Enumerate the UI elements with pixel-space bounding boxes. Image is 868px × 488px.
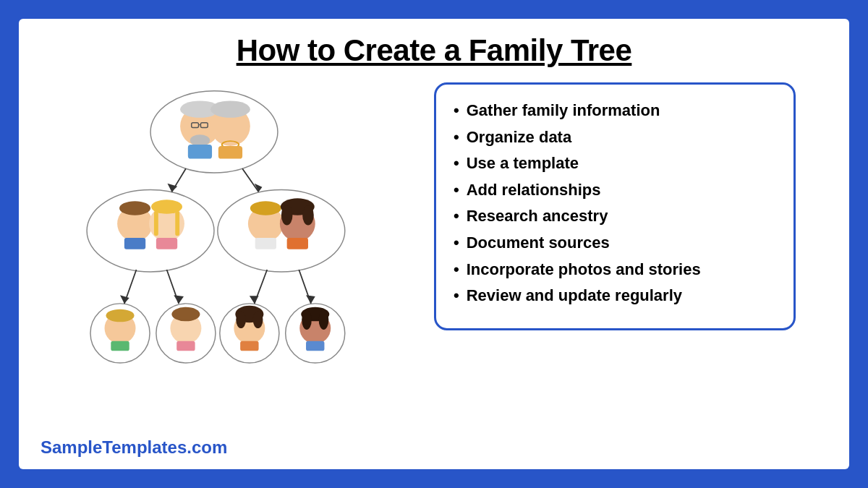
list-item-3: Use a template: [454, 153, 772, 174]
svg-rect-36: [175, 211, 179, 236]
page-title: How to Create a Family Tree: [41, 33, 827, 68]
svg-rect-51: [176, 341, 195, 351]
list-item-8: Review and update regularly: [454, 286, 772, 307]
svg-line-9: [242, 168, 258, 192]
list-item-2: Organize data: [454, 127, 772, 148]
svg-point-50: [171, 307, 200, 322]
svg-rect-48: [111, 341, 129, 351]
list-box: Gather family informationOrganize dataUs…: [434, 82, 796, 330]
tree-section: [41, 75, 388, 393]
list-section: Gather family informationOrganize dataUs…: [402, 75, 827, 338]
svg-point-54: [236, 312, 246, 328]
svg-rect-40: [255, 238, 276, 249]
svg-point-43: [281, 205, 293, 225]
list-item-4: Add relationships: [454, 180, 772, 201]
svg-marker-12: [120, 295, 129, 304]
svg-point-39: [250, 201, 281, 215]
list-item-5: Research ancestry: [454, 206, 772, 227]
steps-list: Gather family informationOrganize dataUs…: [454, 100, 772, 307]
svg-point-27: [210, 100, 250, 117]
svg-rect-35: [154, 211, 158, 236]
svg-point-55: [253, 312, 263, 328]
list-item-1: Gather family information: [454, 100, 772, 121]
title-area: How to Create a Family Tree: [41, 33, 827, 68]
svg-point-60: [319, 310, 329, 330]
svg-point-24: [190, 134, 210, 146]
svg-point-44: [302, 205, 314, 225]
svg-point-31: [119, 201, 150, 215]
content-area: Gather family informationOrganize dataUs…: [41, 75, 827, 433]
svg-point-59: [302, 310, 312, 330]
svg-marker-16: [250, 296, 259, 304]
svg-rect-45: [287, 238, 308, 249]
svg-marker-14: [174, 295, 184, 304]
svg-rect-37: [156, 238, 177, 249]
list-item-6: Document sources: [454, 233, 772, 254]
svg-rect-56: [240, 341, 258, 351]
svg-rect-61: [306, 341, 324, 351]
tree-diagram: [59, 82, 370, 393]
svg-rect-25: [188, 145, 212, 159]
main-card: How to Create a Family Tree: [19, 19, 849, 469]
svg-rect-32: [124, 238, 145, 249]
svg-point-47: [106, 309, 134, 322]
brand-footer: SampleTemplates.com: [41, 437, 827, 458]
svg-marker-18: [306, 295, 315, 304]
svg-rect-29: [218, 146, 242, 159]
list-item-7: Incorporate photos and stories: [454, 260, 772, 281]
